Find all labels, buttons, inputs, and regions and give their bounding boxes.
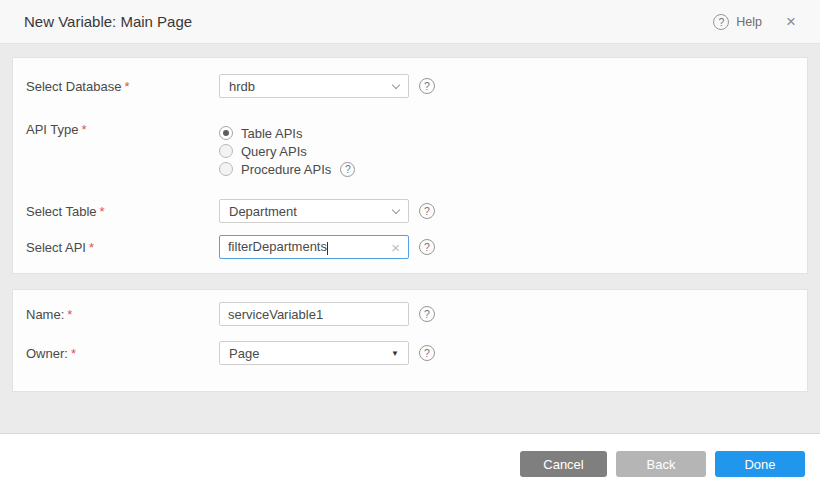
select-table-value: Department: [229, 204, 297, 219]
required-marker: *: [100, 204, 105, 219]
select-api-label: Select API*: [26, 235, 219, 255]
radio-table-apis[interactable]: Table APIs: [219, 124, 355, 142]
radio-query-apis[interactable]: Query APIs: [219, 142, 355, 160]
name-help-icon[interactable]: ?: [419, 306, 435, 322]
select-table-label: Select Table*: [26, 199, 219, 219]
api-type-label: API Type*: [26, 121, 219, 137]
help-label[interactable]: Help: [736, 15, 762, 29]
select-api-input[interactable]: filterDepartments ×: [219, 235, 409, 259]
caret-down-icon: ▼: [391, 349, 399, 358]
required-marker: *: [124, 79, 129, 94]
help-icon[interactable]: ?: [713, 14, 729, 30]
cancel-button[interactable]: Cancel: [520, 451, 607, 477]
dialog-body: Select Database* hrdb ? API Type* Table …: [0, 44, 820, 392]
radio-unselected-icon[interactable]: [219, 144, 233, 158]
api-type-radio-group: Table APIs Query APIs Procedure APIs ?: [219, 121, 355, 178]
required-marker: *: [71, 346, 76, 361]
required-marker: *: [67, 307, 72, 322]
owner-help-icon[interactable]: ?: [419, 345, 435, 361]
select-database-label: Select Database*: [26, 74, 219, 94]
text-cursor: [327, 242, 328, 255]
dialog-header: New Variable: Main Page ? Help ×: [0, 0, 820, 44]
select-table-help-icon[interactable]: ?: [419, 203, 435, 219]
radio-procedure-apis[interactable]: Procedure APIs ?: [219, 160, 355, 178]
select-database-value: hrdb: [229, 79, 255, 94]
select-database-dropdown[interactable]: hrdb: [219, 74, 409, 98]
select-table-row: Select Table* Department ?: [26, 199, 794, 223]
radio-unselected-icon[interactable]: [219, 162, 233, 176]
dialog-footer: Cancel Back Done: [0, 433, 820, 492]
api-config-section: Select Database* hrdb ? API Type* Table …: [12, 57, 808, 274]
select-api-value: filterDepartments: [228, 239, 327, 254]
name-label: Name:*: [26, 302, 219, 322]
back-button[interactable]: Back: [616, 451, 706, 477]
done-button[interactable]: Done: [715, 451, 805, 477]
radio-selected-icon[interactable]: [219, 126, 233, 140]
help-button[interactable]: ? Help: [713, 14, 762, 30]
api-type-row: API Type* Table APIs Query APIs Procedur…: [26, 121, 794, 178]
required-marker: *: [89, 240, 94, 255]
name-input[interactable]: [219, 302, 409, 326]
required-marker: *: [82, 122, 87, 137]
name-row: Name:* ?: [26, 302, 794, 326]
owner-select[interactable]: Page ▼: [219, 341, 409, 365]
select-database-row: Select Database* hrdb ?: [26, 74, 794, 98]
select-api-help-icon[interactable]: ?: [419, 239, 435, 255]
select-api-row: Select API* filterDepartments × ?: [26, 235, 794, 259]
owner-value: Page: [229, 346, 259, 361]
chevron-down-icon: [392, 205, 400, 213]
close-icon[interactable]: ×: [786, 13, 796, 30]
select-table-dropdown[interactable]: Department: [219, 199, 409, 223]
radio-procedure-apis-label: Procedure APIs: [241, 162, 331, 177]
radio-query-apis-label: Query APIs: [241, 144, 307, 159]
owner-label: Owner:*: [26, 341, 219, 361]
procedure-apis-help-icon[interactable]: ?: [340, 162, 355, 177]
chevron-down-icon: [392, 80, 400, 88]
variable-info-section: Name:* ? Owner:* Page ▼ ?: [12, 289, 808, 392]
select-database-help-icon[interactable]: ?: [419, 78, 435, 94]
owner-row: Owner:* Page ▼ ?: [26, 341, 794, 365]
clear-icon[interactable]: ×: [391, 240, 400, 255]
dialog-title: New Variable: Main Page: [24, 13, 713, 30]
radio-table-apis-label: Table APIs: [241, 126, 302, 141]
